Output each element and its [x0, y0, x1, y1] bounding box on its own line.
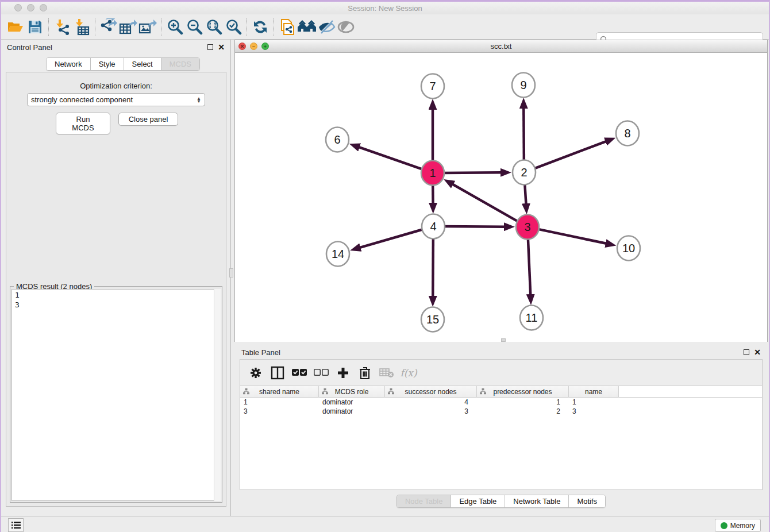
- zoom-in-icon[interactable]: [165, 17, 184, 37]
- column-header-predecessor-nodes[interactable]: predecessor nodes: [477, 386, 569, 398]
- tab-style[interactable]: Style: [91, 58, 124, 70]
- tab-network[interactable]: Network: [47, 58, 91, 70]
- close-table-panel-icon[interactable]: ✕: [754, 349, 761, 355]
- apply-function-icon: f(x): [399, 363, 418, 383]
- app-titlebar: Session: New Session: [1, 2, 769, 14]
- graph-edge-3-11[interactable]: [528, 238, 530, 295]
- float-table-panel-icon[interactable]: [744, 349, 749, 355]
- toolbar-separator: [95, 18, 95, 36]
- zoom-out-icon[interactable]: [184, 17, 204, 37]
- network-window-title: scc.txt: [235, 42, 767, 51]
- list-icon: [11, 521, 21, 529]
- table-cell[interactable]: 3: [569, 407, 619, 416]
- memory-button[interactable]: Memory: [715, 519, 761, 532]
- network-graph[interactable]: 1234678910111415: [235, 53, 767, 342]
- deselect-all-columns-icon[interactable]: [311, 363, 331, 383]
- graph-edge-4-15[interactable]: [433, 237, 433, 296]
- close-panel-icon[interactable]: ✕: [218, 44, 225, 50]
- network-window-titlebar[interactable]: ✕ − + scc.txt: [235, 40, 767, 53]
- zoom-selected-icon[interactable]: [224, 17, 243, 37]
- table-row[interactable]: 3dominator323: [240, 407, 762, 416]
- mcds-panel-body: Optimization criterion: strongly connect…: [6, 72, 226, 507]
- network-resize-grip[interactable]: [501, 338, 506, 342]
- export-image-icon[interactable]: [138, 17, 157, 37]
- export-network-icon[interactable]: [99, 17, 118, 37]
- graph-edge-2-9[interactable]: [523, 108, 524, 161]
- tab-select[interactable]: Select: [124, 58, 161, 70]
- table-cell[interactable]: 3: [240, 407, 319, 416]
- mcds-result-list[interactable]: 1 3: [11, 289, 221, 501]
- show-hidden-icon[interactable]: [336, 17, 356, 37]
- tab-motifs[interactable]: Motifs: [569, 495, 605, 507]
- toolbar-separator: [247, 18, 247, 36]
- table-tabs-strip: Node Table Edge Table Network Table Moti…: [234, 490, 768, 512]
- table-cell[interactable]: 3: [385, 407, 477, 416]
- toolbar-separator: [161, 18, 161, 36]
- table-cell[interactable]: dominator: [319, 398, 385, 407]
- select-all-columns-icon[interactable]: [290, 363, 309, 383]
- import-table-icon[interactable]: [72, 17, 91, 37]
- table-panel-title: Table Panel: [241, 348, 280, 357]
- table-cell[interactable]: 1: [477, 398, 569, 407]
- close-panel-button[interactable]: Close panel: [118, 113, 178, 126]
- table-panel-header: Table Panel ✕: [234, 345, 768, 360]
- panel-splitter-handle[interactable]: [229, 268, 233, 277]
- show-all-nodes-icon[interactable]: [297, 17, 317, 37]
- graph-edge-1-6[interactable]: [359, 147, 422, 169]
- control-panel: Control Panel ✕ Network Style Select MCD…: [1, 40, 231, 516]
- column-header-name[interactable]: name: [569, 386, 619, 398]
- table-cell[interactable]: 1: [569, 398, 619, 407]
- table-cell[interactable]: 1: [240, 398, 319, 407]
- column-header-successor-nodes[interactable]: successor nodes: [385, 386, 477, 398]
- result-scrollbar[interactable]: [214, 289, 221, 501]
- graph-node-label: 9: [520, 79, 526, 91]
- graph-edge-4-3[interactable]: [444, 226, 505, 227]
- node-table-container: f(x) shared nameMCDS rolesuccessor nodes…: [240, 359, 763, 490]
- task-history-button[interactable]: [8, 518, 24, 532]
- network-maximize-icon[interactable]: +: [261, 43, 269, 50]
- graph-edge-3-1[interactable]: [453, 184, 518, 222]
- column-header-shared-name[interactable]: shared name: [240, 386, 319, 398]
- graph-edge-2-3[interactable]: [525, 183, 526, 204]
- memory-status-icon: [721, 522, 727, 529]
- graph-node-label: 11: [526, 311, 538, 324]
- table-body: 1dominator4113dominator323: [240, 398, 762, 416]
- delete-table-icon: [377, 363, 396, 383]
- optimization-criterion-label: Optimization criterion:: [6, 82, 226, 90]
- tab-mcds[interactable]: MCDS: [161, 58, 199, 70]
- control-panel-header: Control Panel ✕: [1, 40, 230, 55]
- graph-edge-1-2[interactable]: [444, 172, 501, 173]
- add-column-icon[interactable]: [333, 363, 353, 383]
- import-network-icon[interactable]: [52, 17, 72, 37]
- network-canvas[interactable]: 1234678910111415: [235, 53, 767, 342]
- graph-edge-2-8[interactable]: [534, 141, 606, 168]
- apply-layout-icon[interactable]: [251, 17, 270, 37]
- table-cell[interactable]: 4: [385, 398, 477, 407]
- dropdown-stepper-icon: ▲▼: [197, 97, 201, 103]
- tab-edge-table[interactable]: Edge Table: [451, 495, 505, 507]
- table-settings-icon[interactable]: [246, 363, 265, 383]
- hide-selected-icon[interactable]: [317, 17, 336, 37]
- zoom-fit-icon[interactable]: [204, 17, 224, 37]
- graph-edge-3-10[interactable]: [538, 229, 606, 244]
- table-cell[interactable]: 2: [477, 407, 569, 416]
- network-minimize-icon[interactable]: −: [250, 43, 257, 50]
- column-header-MCDS-role[interactable]: MCDS role: [319, 386, 385, 398]
- table-row[interactable]: 1dominator411: [240, 398, 762, 407]
- criterion-dropdown[interactable]: strongly connected component ▲▼: [27, 93, 205, 106]
- tab-network-table[interactable]: Network Table: [505, 495, 569, 507]
- network-close-icon[interactable]: ✕: [238, 43, 246, 50]
- graph-node-label: 6: [334, 133, 340, 146]
- float-panel-icon[interactable]: [207, 44, 213, 50]
- open-session-icon[interactable]: [6, 17, 25, 37]
- save-session-icon[interactable]: [25, 17, 45, 37]
- clone-network-icon[interactable]: [278, 17, 297, 37]
- tab-node-table[interactable]: Node Table: [397, 495, 452, 507]
- delete-column-icon[interactable]: [355, 363, 375, 383]
- column-layout-icon[interactable]: [268, 363, 287, 383]
- run-mcds-button[interactable]: Run MCDS: [56, 113, 110, 134]
- mcds-result-group: MCDS result (2 nodes) 1 3: [10, 286, 222, 503]
- table-cell[interactable]: dominator: [319, 407, 385, 416]
- graph-edge-4-14[interactable]: [360, 229, 422, 248]
- export-table-icon[interactable]: [118, 17, 138, 37]
